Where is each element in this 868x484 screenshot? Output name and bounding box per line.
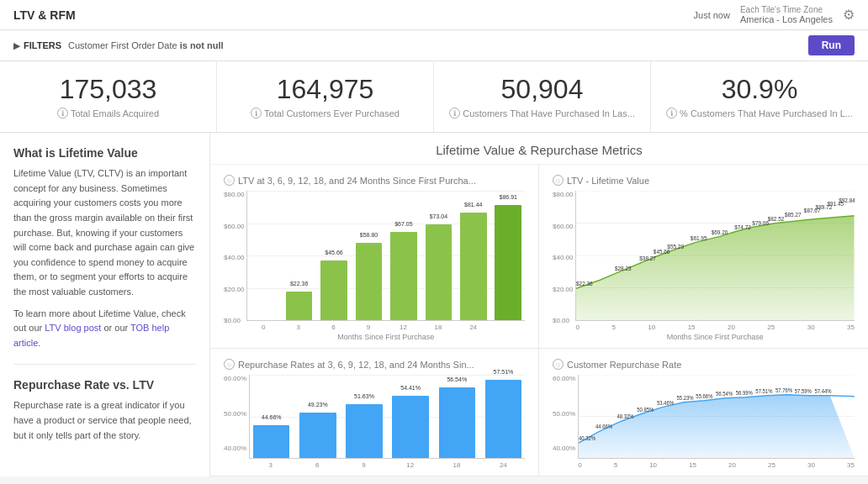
x-label: 15 (689, 461, 696, 469)
timezone-info: Each Tile's Time Zone America - Los Ange… (740, 5, 833, 24)
bar-r5: 57.51% (485, 380, 521, 458)
kpi-customers-value: 164,975 (230, 75, 420, 104)
point-label: $38.27 (640, 255, 657, 261)
point-label-4: 56.54% (716, 391, 733, 397)
bar-r4: 56.54% (439, 387, 475, 458)
y-label: $0.00 (224, 317, 244, 324)
x-label: 35 (847, 461, 855, 469)
run-button[interactable]: Run (808, 35, 855, 55)
x-label: 18 (421, 324, 455, 331)
x-label: 10 (649, 461, 657, 469)
chart2-x-title: Months Since First Purchase (575, 333, 855, 341)
bar-6-label: $81.44 (464, 202, 482, 208)
x-label: 0 (578, 461, 581, 469)
bar-r2: 51.63% (346, 404, 382, 458)
chart-ltv-bar: ○ LTV at 3, 6, 9, 12, 18, and 24 Months … (210, 165, 539, 349)
bar-3-label: $58.80 (360, 232, 378, 238)
y-label: $0.00 (553, 317, 573, 324)
y-label: $40.00 (553, 254, 573, 261)
point-label: $55.29 (668, 244, 685, 250)
chart3-x-labels: 3 6 9 12 18 24 (249, 461, 525, 469)
bar-r0-label: 44.66% (262, 414, 282, 420)
bar-group-7: $86.91 (492, 191, 525, 320)
x-label: 9 (352, 324, 385, 331)
point-label: $22.36 (576, 281, 593, 287)
ltv-blog-link[interactable]: LTV blog post (45, 323, 101, 333)
chart1-content: $80.00 $60.00 $40.00 $20.00 $0.00 (224, 191, 525, 341)
kpi-last-purchased-label: ℹ Customers That Have Purchased In Las..… (447, 108, 637, 118)
sidebar: What is Lifetime Value Lifetime Value (L… (0, 133, 210, 476)
y-label: $80.00 (224, 191, 244, 198)
chart4-x-labels: 0 5 10 15 20 25 30 35 (578, 461, 855, 469)
bar-r4-label: 56.54% (447, 376, 467, 382)
bar-5: $73.04 (426, 224, 453, 320)
kpi-emails-value: 175,033 (13, 75, 203, 104)
x-label: 10 (648, 324, 655, 331)
chart3-content: 60.00% 50.00% 40.00% 44.66% (224, 375, 525, 469)
bar-3: $58.80 (356, 243, 383, 320)
chart2-title: ○ LTV - Lifetime Value (553, 175, 855, 186)
bar-5-label: $73.04 (430, 213, 447, 219)
settings-button[interactable]: ⚙ (843, 7, 855, 23)
bar-r3-label: 54.41% (400, 385, 421, 391)
bar-6: $81.44 (460, 213, 487, 320)
point-label-4: 57.76% (775, 387, 793, 393)
point-label: $85.27 (785, 212, 802, 218)
chart3-title: ○ Repurchase Rates at 3, 6, 9, 12, 18, a… (224, 359, 525, 370)
point-label-4: 57.59% (795, 388, 812, 394)
x-label: 25 (767, 324, 775, 331)
point-label-4: 40.32% (579, 435, 596, 441)
kpi-emails: 175,033 ℹ Total Emails Acquired (0, 61, 217, 132)
chart4-svg: 40.32% 44.66% 48.32% 50.85% 53.46% 55.23… (578, 375, 855, 459)
bar-2: $45.66 (320, 260, 347, 320)
bar-r1-label: 49.23% (308, 402, 328, 408)
point-label-4: 55.23% (677, 395, 695, 401)
x-label: 20 (728, 324, 735, 331)
x-label: 5 (614, 461, 617, 469)
chart1-x-labels: 0 3 6 9 12 18 24 (246, 324, 525, 331)
chart-ltv-line: ○ LTV - Lifetime Value $80.00 $60.00 $40… (539, 165, 868, 349)
point-label: $28.23 (615, 266, 632, 271)
metrics-title: Lifetime Value & Repurchase Metrics (210, 133, 868, 165)
sidebar-divider (13, 364, 196, 365)
chart1-title: ○ LTV at 3, 6, 9, 12, 18, and 24 Months … (224, 175, 525, 186)
bar-r2-label: 51.63% (354, 393, 374, 399)
bar-group-4: $67.05 (387, 191, 420, 320)
sidebar-ltv-text: Lifetime Value (LTV, CLTV) is an importa… (13, 166, 196, 299)
info-icon: ℹ (57, 108, 68, 118)
info-icon-3: ℹ (449, 108, 460, 118)
chart3-bars: 44.66% 49.23% 51.63% (249, 375, 525, 459)
kpi-row: 175,033 ℹ Total Emails Acquired 164,975 … (0, 61, 868, 133)
y-label: $20.00 (553, 286, 573, 293)
x-label: 12 (387, 324, 421, 331)
bar-4: $67.05 (390, 232, 417, 320)
x-label: 6 (317, 324, 351, 331)
sidebar-ltv-links: To learn more about Lifetime Value, chec… (13, 307, 196, 351)
charts-grid: ○ LTV at 3, 6, 9, 12, 18, and 24 Months … (210, 165, 868, 476)
chart4-y-axis: 60.00% 50.00% 40.00% (553, 375, 578, 469)
chart2-svg-area: $22.36 $28.23 $38.27 $45.66 $55.29 $61.9… (575, 191, 855, 341)
filter-tag: Customer First Order Date is not null (68, 40, 224, 50)
filters-label[interactable]: ▶ FILTERS (13, 40, 61, 50)
chart-repurchase-bar: ○ Repurchase Rates at 3, 6, 9, 12, 18, a… (210, 349, 539, 476)
y-label: 50.00% (553, 410, 575, 418)
y-label: 60.00% (224, 375, 246, 382)
chart1-y-axis: $80.00 $60.00 $40.00 $20.00 $0.00 (224, 191, 246, 341)
x-label: 3 (249, 461, 292, 469)
x-label: 0 (246, 324, 280, 331)
kpi-pct: 30.9% ℹ % Customers That Have Purchased … (651, 61, 868, 132)
chart4-title: ○ Customer Repurchase Rate (553, 359, 855, 370)
x-label: 30 (807, 324, 815, 331)
point-label-4: 48.32% (617, 413, 635, 419)
bar-r3: 54.41% (392, 396, 428, 458)
y-label: $40.00 (224, 254, 244, 261)
bar-group-r2: 51.63% (342, 375, 385, 458)
kpi-customers-label: ℹ Total Customers Ever Purchased (230, 108, 420, 118)
sidebar-repurchase-text: Repurchase rate is a great indicator if … (13, 398, 196, 443)
kpi-last-purchased-value: 50,904 (447, 75, 637, 104)
chart1-info-icon: ○ (224, 175, 235, 186)
info-icon-4: ℹ (666, 108, 677, 118)
chart3-info-icon: ○ (224, 359, 235, 370)
chart2-x-labels: 0 5 10 15 20 25 30 35 (575, 324, 855, 331)
bar-7: $86.91 (495, 205, 521, 320)
